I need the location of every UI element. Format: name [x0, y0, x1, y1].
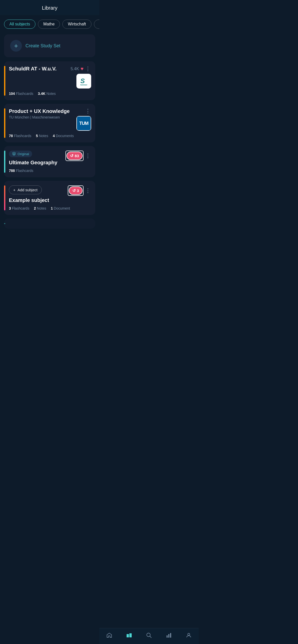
heart-badge-schuldr: 5.4K ♥ ⋮: [71, 66, 91, 72]
card-actions-geo: ↺ 83 ⋮: [65, 151, 91, 161]
card-ux-knowledge[interactable]: Product + UX Knowledge TU München | Masc…: [4, 104, 95, 142]
timer-icon-geo: ↺: [70, 153, 73, 158]
filter-biologie[interactable]: Biologie: [94, 20, 99, 29]
card-accent-hint: [4, 223, 5, 224]
add-subject-plus-icon: +: [13, 188, 16, 192]
stat-flashcards-ux: 78 Flashcards: [9, 134, 31, 138]
card-header-example: + Add subject Example subject ↺ 3 ⋮: [9, 185, 91, 203]
hemmer-logo-thumb: S hemmer: [76, 74, 91, 89]
stat-doc-example: 1 Document: [51, 206, 70, 210]
card-header-geo: Original Ultimate Geography ↺ 83 ⋮: [9, 151, 91, 166]
card-title-schuldr: SchuldR AT - W.u.V.: [9, 66, 69, 72]
filter-bar: All subjects Mathe Wirtschaft Biologie: [0, 15, 99, 33]
card-partial-hint: [4, 218, 95, 229]
add-subject-label: Add subject: [18, 188, 37, 192]
add-subject-button[interactable]: + Add subject: [9, 185, 42, 194]
card-body-schuldr: SchuldR AT - W.u.V. 5.4K ♥ ⋮ S hemmer: [9, 66, 91, 96]
page-title: Library: [42, 5, 57, 11]
more-menu-example[interactable]: ⋮: [85, 188, 91, 194]
more-menu-schuldr[interactable]: ⋮: [85, 66, 91, 72]
filter-wirtschaft[interactable]: Wirtschaft: [62, 20, 91, 29]
original-badge: Original: [9, 151, 32, 157]
stat-notes-ux: 5 Notes: [36, 134, 48, 138]
tum-logo: TUM: [77, 116, 91, 130]
hemmer-logo: S hemmer: [77, 74, 91, 88]
card-accent-ux: [4, 108, 5, 138]
timer-icon-example: ↺: [72, 188, 76, 193]
stat-flashcards-schuldr: 104 Flashcards: [9, 92, 33, 96]
card-subtitle-ux: TU München | Maschinenwesen: [9, 115, 74, 119]
timer-badge-example[interactable]: ↺ 3: [69, 186, 83, 195]
card-stats-geo: 788 Flashcards: [9, 169, 91, 173]
stat-docs-ux: 4 Documents: [53, 134, 74, 138]
card-title-ux: Product + UX Knowledge: [9, 108, 74, 114]
timer-badge-geo[interactable]: ↺ 83: [66, 152, 83, 160]
plus-icon: +: [10, 40, 22, 52]
create-study-set-button[interactable]: + Create Study Set: [4, 34, 95, 57]
card-body-geo: Original Ultimate Geography ↺ 83 ⋮: [9, 151, 91, 173]
card-stats-example: 3 Flashcards 2 Notes 1 Document: [9, 206, 91, 210]
card-header-schuldr: SchuldR AT - W.u.V. 5.4K ♥ ⋮ S hemmer: [9, 66, 91, 89]
card-schuldr[interactable]: SchuldR AT - W.u.V. 5.4K ♥ ⋮ S hemmer: [4, 61, 95, 100]
card-header-ux: Product + UX Knowledge TU München | Masc…: [9, 108, 91, 131]
layers-icon: [12, 152, 16, 156]
filter-all-subjects[interactable]: All subjects: [4, 20, 35, 29]
card-stats-schuldr: 104 Flashcards 3.4K Notes: [9, 92, 91, 96]
card-geography[interactable]: Original Ultimate Geography ↺ 83 ⋮: [4, 146, 95, 177]
likes-count-schuldr: 5.4K: [71, 67, 79, 71]
card-body-example: + Add subject Example subject ↺ 3 ⋮: [9, 185, 91, 210]
create-study-set-label: Create Study Set: [25, 43, 60, 49]
stat-notes-example: 2 Notes: [34, 206, 46, 210]
tum-logo-thumb: TUM: [76, 116, 91, 131]
stat-flashcards-geo: 788 Flashcards: [9, 169, 33, 173]
card-actions-ux: ⋮ TUM: [76, 108, 91, 131]
card-stats-ux: 78 Flashcards 5 Notes 4 Documents: [9, 134, 91, 138]
stat-notes-schuldr: 3.4K Notes: [38, 92, 56, 96]
card-actions-example: ↺ 3 ⋮: [68, 185, 91, 196]
stat-flashcards-example: 3 Flashcards: [9, 206, 29, 210]
card-body-ux: Product + UX Knowledge TU München | Masc…: [9, 108, 91, 138]
card-accent-schuldr: [4, 66, 5, 96]
card-accent-example: [4, 185, 5, 210]
more-menu-geo[interactable]: ⋮: [85, 153, 91, 159]
card-actions-schuldr: 5.4K ♥ ⋮ S hemmer: [71, 66, 91, 89]
filter-mathe[interactable]: Mathe: [38, 20, 60, 29]
card-example[interactable]: + Add subject Example subject ↺ 3 ⋮: [4, 181, 95, 215]
card-title-example: Example subject: [9, 197, 66, 203]
cards-list: SchuldR AT - W.u.V. 5.4K ♥ ⋮ S hemmer: [0, 61, 99, 253]
header: Library: [0, 0, 99, 15]
card-accent-geo: [4, 151, 5, 173]
more-menu-ux[interactable]: ⋮: [85, 108, 91, 114]
card-title-geo: Ultimate Geography: [9, 160, 63, 166]
heart-icon-schuldr: ♥: [80, 66, 84, 72]
